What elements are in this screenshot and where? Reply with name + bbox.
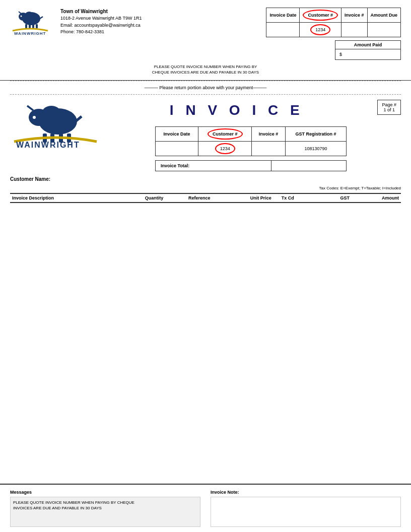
invoice-total-table: Invoice Total: — [155, 160, 347, 171]
ref-cell — [175, 203, 224, 212]
col-amount-due: Amount Due — [367, 8, 401, 23]
messages-label: Messages — [10, 490, 200, 495]
messages-line2: INVOICES ARE DUE AND PAYABLE IN 30 DAYS — [13, 505, 197, 511]
line-items-table: Invoice Description Quantity Reference U… — [10, 193, 401, 212]
notice-line2: CHEQUE INVOICES ARE DUE AND PAYABLE IN 3… — [10, 70, 401, 75]
org-email: Email: accountspayable@wainwright.ca — [60, 22, 256, 29]
main-invoice: WAINWRIGHT I N V O I C E Page # 1 of 1 I… — [0, 95, 411, 219]
tx-cd-cell — [273, 203, 302, 212]
main-customer-num-circle: 1234 — [215, 143, 235, 154]
svg-point-20 — [33, 116, 36, 119]
main-customer-num-value: 1234 — [198, 142, 252, 156]
main-gst-value: 108130790 — [285, 142, 346, 156]
page-label: Page # — [382, 102, 396, 107]
svg-line-7 — [40, 17, 43, 19]
org-phone: Phone: 780-842-3381 — [60, 29, 256, 36]
amount-paid-section: Amount Paid $ — [335, 40, 401, 60]
col-invoice-num: Invoice # — [341, 8, 367, 23]
invoice-header-row: WAINWRIGHT I N V O I C E Page # 1 of 1 I… — [10, 102, 401, 171]
col-header-tx-cd: Tx Cd — [273, 193, 302, 203]
logo-main: WAINWRIGHT — [10, 102, 101, 149]
amount-cell — [352, 203, 401, 212]
invoice-date-value — [266, 23, 300, 37]
customer-num-value: 1234 — [300, 23, 341, 37]
desc-cell — [10, 203, 133, 212]
messages-box: Messages PLEASE QUOTE INVOICE NUMBER WHE… — [10, 490, 200, 527]
main-invoice-num-value — [252, 142, 285, 156]
col-header-amount: Amount — [352, 193, 401, 203]
svg-text:WAINWRIGHT: WAINWRIGHT — [14, 31, 46, 35]
main-invoice-table: Invoice Date Customer # Invoice # GST Re… — [155, 126, 347, 156]
customer-num-circle: 1234 — [310, 24, 330, 35]
gst-cell — [302, 203, 352, 212]
logo-top: WAINWRIGHT — [10, 8, 50, 36]
invoice-note-label: Invoice Note: — [211, 490, 401, 495]
messages-content: PLEASE QUOTE INVOICE NUMBER WHEN PAYING … — [10, 497, 200, 527]
stub-invoice-table: Invoice Date Customer # Invoice # Amount… — [266, 8, 401, 37]
return-divider: ——— Please return portion above with you… — [10, 81, 401, 95]
main-col-invoice-num: Invoice # — [252, 127, 285, 142]
col-header-description: Invoice Description — [10, 193, 133, 203]
org-address: 1018-2 Avenue Wainwright AB T9W 1R1 — [60, 15, 256, 22]
notice-line1: PLEASE QUOTE INVOICE NUMBER WHEN PAYING … — [10, 64, 401, 70]
main-col-gst: GST Registration # — [285, 127, 346, 142]
invoice-note-box: Invoice Note: — [211, 490, 401, 527]
svg-line-19 — [27, 106, 33, 110]
main-invoice-date-value — [156, 142, 198, 156]
invoice-title: I N V O I C E — [101, 102, 372, 118]
page-box: Page # 1 of 1 — [377, 100, 401, 115]
unit-price-cell — [224, 203, 273, 212]
customer-name-row: Customer Name: — [10, 176, 401, 182]
customer-highlight: Customer # — [303, 10, 338, 21]
messages-line1: PLEASE QUOTE INVOICE NUMBER WHEN PAYING … — [13, 500, 197, 505]
invoice-note-content — [211, 497, 401, 527]
svg-rect-4 — [29, 24, 31, 28]
invoice-total-label: Invoice Total: — [156, 161, 271, 171]
svg-rect-6 — [36, 24, 38, 28]
svg-line-8 — [19, 12, 21, 14]
stub-notice: PLEASE QUOTE INVOICE NUMBER WHEN PAYING … — [10, 64, 401, 75]
col-customer-num: Customer # — [300, 8, 341, 23]
title-area: I N V O I C E Page # 1 of 1 Invoice Date… — [101, 102, 401, 171]
main-col-customer-num: Customer # — [198, 127, 252, 142]
main-col-invoice-date: Invoice Date — [156, 127, 198, 142]
svg-point-9 — [21, 16, 22, 17]
col-header-gst: GST — [302, 193, 352, 203]
tax-codes: Tax Codes: E=Exempt; T=Taxable; I=Includ… — [10, 186, 401, 190]
svg-rect-3 — [25, 24, 27, 28]
page-value: 1 of 1 — [382, 107, 396, 112]
invoice-total-value — [271, 161, 346, 171]
qty-cell — [133, 203, 175, 212]
org-name: Town of Wainwright — [60, 8, 256, 15]
amount-paid-header: Amount Paid — [335, 41, 401, 49]
amount-paid-value: $ — [335, 49, 401, 60]
svg-text:WAINWRIGHT: WAINWRIGHT — [16, 141, 80, 148]
line-item-row — [10, 203, 401, 212]
top-stub: WAINWRIGHT Town of Wainwright 1018-2 Ave… — [0, 0, 411, 81]
customer-name-label: Customer Name: — [10, 176, 50, 182]
top-right-area: Invoice Date Customer # Invoice # Amount… — [266, 8, 401, 60]
svg-point-13 — [42, 106, 60, 119]
amount-due-value — [367, 23, 401, 37]
main-customer-highlight: Customer # — [208, 128, 243, 140]
col-header-reference: Reference — [175, 193, 224, 203]
col-invoice-date: Invoice Date — [266, 8, 300, 23]
svg-rect-5 — [32, 24, 34, 28]
col-header-quantity: Quantity — [133, 193, 175, 203]
svg-point-2 — [25, 12, 33, 18]
page-footer: Messages PLEASE QUOTE INVOICE NUMBER WHE… — [0, 484, 411, 532]
amount-paid-table: Amount Paid $ — [335, 40, 401, 60]
invoice-num-value — [341, 23, 367, 37]
col-header-unit-price: Unit Price — [224, 193, 273, 203]
org-info: Town of Wainwright 1018-2 Avenue Wainwri… — [60, 8, 256, 36]
